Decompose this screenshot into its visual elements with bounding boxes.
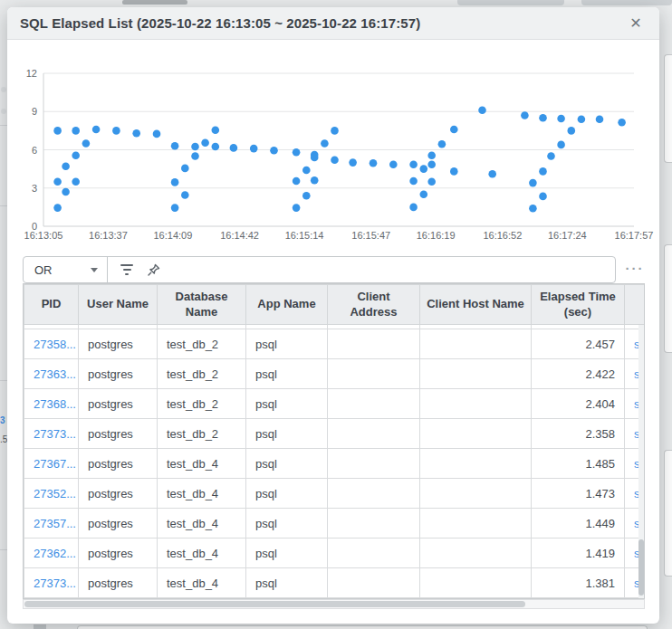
column-header-database-name[interactable]: Database Name (158, 285, 246, 325)
scatter-point[interactable] (427, 152, 436, 160)
scatter-point[interactable] (409, 160, 418, 168)
column-header-client-address[interactable]: Client Address (328, 285, 420, 325)
scatter-point[interactable] (171, 204, 179, 212)
filter-input[interactable] (175, 257, 615, 282)
filter-logic-dropdown[interactable]: OR (24, 257, 108, 282)
scatter-point[interactable] (450, 167, 458, 176)
scatter-point[interactable] (311, 154, 319, 162)
scatter-point[interactable] (302, 192, 311, 200)
pid-link[interactable]: 27363... (24, 359, 79, 389)
pid-link[interactable]: 27357... (24, 509, 79, 538)
scatter-point[interactable] (92, 126, 101, 134)
scatter-point[interactable] (212, 143, 220, 151)
scatter-point[interactable] (181, 191, 189, 199)
scatter-point[interactable] (389, 160, 398, 168)
scatter-point[interactable] (293, 177, 301, 186)
column-header-user-name[interactable]: User Name (79, 285, 158, 325)
scatter-point[interactable] (72, 177, 80, 186)
pid-link[interactable]: 27373... (24, 568, 79, 598)
horizontal-scrollbar-thumb[interactable] (24, 601, 525, 607)
scatter-point[interactable] (427, 177, 436, 186)
scatter-point[interactable] (578, 115, 586, 123)
x-axis-tick-label: 16:17:57 (615, 230, 654, 241)
scatter-point[interactable] (539, 114, 547, 122)
scatter-point[interactable] (529, 179, 537, 187)
scatter-point[interactable] (53, 127, 62, 135)
scatter-point[interactable] (409, 204, 418, 212)
scatter-point[interactable] (420, 191, 428, 199)
scatter-point[interactable] (153, 130, 161, 138)
scatter-point[interactable] (529, 205, 537, 213)
scatter-point[interactable] (427, 160, 436, 168)
scatter-point[interactable] (450, 126, 458, 134)
scatter-point[interactable] (478, 107, 486, 115)
scatter-point[interactable] (409, 177, 418, 186)
scatter-point[interactable] (302, 167, 311, 175)
scatter-point[interactable] (539, 167, 547, 176)
column-header-pid[interactable]: PID (24, 285, 79, 325)
scatter-point[interactable] (293, 148, 301, 157)
scatter-point[interactable] (547, 152, 555, 160)
scatter-point[interactable] (62, 163, 70, 171)
scatter-point[interactable] (191, 143, 199, 151)
scatter-point[interactable] (539, 193, 547, 201)
column-header-sql-text[interactable] (625, 285, 646, 325)
column-header-client-host-name[interactable]: Client Host Name (420, 285, 532, 325)
x-axis-tick-label: 16:13:37 (89, 230, 128, 241)
scatter-point[interactable] (321, 139, 329, 148)
scatter-point[interactable] (557, 115, 565, 123)
horizontal-scrollbar[interactable] (23, 599, 645, 609)
column-header-app-name[interactable]: App Name (246, 285, 328, 325)
pin-icon[interactable] (147, 262, 161, 277)
scatter-point[interactable] (521, 111, 529, 119)
scatter-point[interactable] (250, 145, 258, 153)
pid-link[interactable]: 27362... (24, 538, 79, 568)
filter-logic-value: OR (34, 263, 53, 277)
pid-link[interactable]: 27358... (24, 329, 79, 359)
vertical-scrollbar-thumb[interactable] (638, 539, 644, 596)
filter-icon[interactable] (120, 264, 133, 275)
scatter-point[interactable] (311, 176, 319, 185)
scatter-point[interactable] (181, 165, 189, 173)
scatter-point[interactable] (370, 159, 378, 167)
pid-link[interactable]: 27352... (24, 479, 79, 509)
scatter-point[interactable] (62, 188, 70, 196)
pid-link[interactable]: 27368... (24, 389, 79, 419)
scatter-point[interactable] (293, 204, 301, 212)
pid-link[interactable]: 27367... (24, 449, 79, 479)
header-row: PIDUser NameDatabase NameApp NameClient … (24, 285, 646, 325)
scatter-point[interactable] (420, 165, 428, 173)
client-addr-cell (328, 359, 420, 389)
scatter-point[interactable] (596, 115, 604, 123)
scatter-point[interactable] (557, 141, 565, 149)
vertical-scrollbar[interactable] (638, 325, 644, 598)
scatter-point[interactable] (82, 139, 91, 148)
client-addr-cell (328, 449, 420, 479)
db-cell: test_db_2 (158, 389, 246, 419)
scatter-point[interactable] (53, 204, 62, 212)
scatter-point[interactable] (331, 157, 339, 165)
pid-link[interactable]: 27373... (24, 419, 79, 449)
scatter-point[interactable] (112, 127, 120, 135)
column-header-elapsed-time-sec[interactable]: Elapsed Time (sec) (532, 285, 625, 325)
scatter-point[interactable] (488, 170, 496, 178)
scatter-point[interactable] (72, 127, 80, 135)
scatter-point[interactable] (212, 126, 220, 134)
scatter-point[interactable] (349, 158, 357, 167)
scatter-point[interactable] (201, 139, 209, 148)
scatter-point[interactable] (331, 127, 339, 135)
scatter-point[interactable] (438, 140, 446, 148)
scatter-point[interactable] (132, 129, 140, 138)
scatter-point[interactable] (191, 152, 199, 160)
scatter-point[interactable] (568, 127, 576, 135)
scatter-point[interactable] (72, 152, 80, 160)
more-options-icon[interactable]: ··· (621, 256, 648, 283)
close-icon[interactable]: ✕ (625, 7, 647, 40)
scatter-point[interactable] (618, 119, 626, 127)
app-cell: psql (246, 568, 328, 598)
scatter-point[interactable] (53, 177, 62, 186)
scatter-point[interactable] (171, 178, 179, 186)
scatter-point[interactable] (171, 142, 179, 150)
scatter-point[interactable] (270, 147, 278, 155)
scatter-point[interactable] (230, 144, 238, 152)
